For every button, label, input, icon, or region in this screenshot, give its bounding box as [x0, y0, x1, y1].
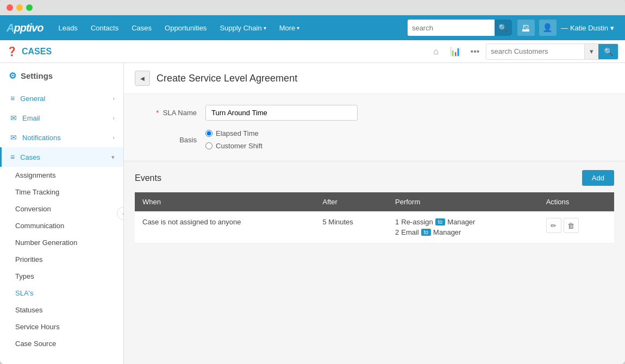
sidebar-sub-item-number-generation[interactable]: Number Generation	[0, 234, 123, 251]
perform-1-action: Re-assign	[401, 218, 433, 226]
sidebar-header-label: Settings	[21, 71, 53, 80]
search-dropdown-button[interactable]: ▾	[584, 43, 598, 60]
sla-name-label: * SLA Name	[140, 109, 205, 117]
nav-icons: 🗳 👤	[517, 20, 557, 36]
events-section: Events Add When After Perform Actions	[124, 161, 625, 252]
home-button[interactable]: ⌂	[427, 43, 445, 60]
search-customers-button[interactable]: 🔍	[598, 43, 618, 60]
sidebar-sub-item-service-hours[interactable]: Service Hours	[0, 318, 123, 335]
search-customers-input[interactable]	[486, 47, 584, 55]
sla-name-row: * SLA Name	[140, 105, 609, 121]
close-button[interactable]	[7, 4, 13, 11]
customer-search-bar: ▾ 🔍	[486, 43, 618, 60]
basis-row: Basis Elapsed Time Customer Shift	[140, 129, 609, 150]
sidebar-item-email[interactable]: ✉ Email ›	[0, 108, 123, 128]
sidebar-sub-item-priorities[interactable]: Priorities	[0, 251, 123, 268]
delete-button[interactable]: 🗑	[564, 218, 579, 233]
perform-1-num: 1	[395, 218, 399, 226]
elapsed-time-option[interactable]: Elapsed Time	[205, 129, 262, 137]
nav-cases[interactable]: Cases	[125, 15, 158, 40]
basis-radio-group: Elapsed Time Customer Shift	[205, 129, 262, 150]
cases-title-text: CASES	[22, 47, 52, 57]
actions-cell: ✏ 🗑	[539, 211, 614, 243]
when-column-header: When	[135, 192, 315, 211]
sidebar-item-notifications[interactable]: ✉ Notifications ›	[0, 128, 123, 147]
sidebar-sub-item-communication[interactable]: Communication	[0, 217, 123, 234]
user-menu-arrow: ▾	[610, 24, 614, 32]
chart-button[interactable]: 📊	[447, 43, 464, 60]
perform-2-action: Email	[401, 228, 419, 236]
nav-supply-chain[interactable]: Supply Chain ▾	[213, 15, 272, 40]
notifications-label: Notifications	[22, 134, 112, 142]
cases-sidebar-icon: ≡	[10, 153, 15, 161]
email-label: Email	[22, 114, 112, 122]
edit-button[interactable]: ✏	[546, 218, 561, 233]
sidebar-sub-item-time-tracking[interactable]: Time Tracking	[0, 184, 123, 200]
cases-arrow: ▾	[111, 154, 115, 161]
global-search: 🔍	[408, 20, 512, 36]
contacts-icon-button[interactable]: 👤	[539, 20, 557, 36]
events-header: Events Add	[135, 170, 614, 186]
notifications-icon: ✉	[10, 133, 17, 142]
sidebar-sub-item-sla-s[interactable]: SLA's	[0, 285, 123, 302]
sidebar-sub-item-types[interactable]: Types	[0, 268, 123, 285]
nav-opportunities[interactable]: Opportunities	[158, 15, 213, 40]
nav-more[interactable]: More ▾	[273, 15, 307, 40]
user-menu[interactable]: — Katie Dustin ▾	[557, 15, 618, 40]
supply-chain-arrow: ▾	[264, 25, 266, 31]
sidebar-item-general[interactable]: ≡ General ›	[0, 89, 123, 108]
back-button[interactable]: ◄	[135, 71, 150, 86]
perform-1-target: Manager	[447, 218, 475, 226]
basis-label: Basis	[140, 136, 205, 144]
actions-column-header: Actions	[539, 192, 614, 211]
perform-2-target: Manager	[433, 228, 461, 236]
when-cell: Case is not assigned to anyone	[135, 211, 315, 243]
perform-2-badge: to	[421, 229, 431, 236]
email-arrow: ›	[112, 115, 115, 121]
top-nav: Apptivo Leads Contacts Cases Opportuniti…	[0, 15, 625, 40]
customer-shift-label: Customer Shift	[216, 142, 262, 150]
maximize-button[interactable]	[26, 4, 33, 11]
app-body: ⚙ Settings ≡ General › ✉ Email › ✉ Notif…	[0, 63, 625, 364]
page-title: Create Service Level Agreement	[157, 73, 297, 84]
main-content: ◄ Create Service Level Agreement * SLA N…	[124, 63, 625, 364]
window-chrome	[0, 0, 625, 15]
sidebar-item-cases[interactable]: ≡ Cases ▾	[0, 147, 123, 167]
cases-sidebar-label: Cases	[20, 153, 111, 161]
table-row: Case is not assigned to anyone 5 Minutes…	[135, 211, 614, 243]
events-table: When After Perform Actions Case is not a…	[135, 192, 614, 243]
perform-cell: 1 Re-assign to Manager 2 Email to Manage…	[388, 211, 539, 243]
user-icon: —	[561, 24, 568, 32]
general-icon: ≡	[10, 94, 15, 103]
notifications-arrow: ›	[112, 134, 115, 141]
customer-shift-option[interactable]: Customer Shift	[205, 142, 262, 150]
customer-shift-radio[interactable]	[205, 142, 212, 149]
more-arrow: ▾	[297, 25, 299, 31]
app-logo: Apptivo	[7, 22, 43, 34]
sidebar-sub-item-conversion[interactable]: Conversion	[0, 200, 123, 217]
perform-1-badge: to	[435, 218, 445, 225]
sla-name-input[interactable]	[205, 105, 358, 121]
messages-icon-button[interactable]: 🗳	[517, 20, 535, 36]
sidebar-header: ⚙ Settings	[0, 63, 123, 89]
nav-contacts[interactable]: Contacts	[84, 15, 125, 40]
sidebar-sub-item-statuses[interactable]: Statuses	[0, 302, 123, 318]
sub-nav: ❓ CASES ⌂ 📊 ••• ▾ 🔍	[0, 40, 625, 63]
general-arrow: ›	[112, 95, 115, 102]
elapsed-time-radio[interactable]	[205, 130, 212, 137]
add-event-button[interactable]: Add	[582, 170, 614, 186]
search-input[interactable]	[408, 24, 495, 32]
perform-column-header: Perform	[388, 192, 539, 211]
more-options-button[interactable]: •••	[466, 43, 484, 60]
user-name: Katie Dustin	[570, 24, 608, 32]
events-title: Events	[135, 173, 161, 183]
sidebar-sub-item-assignments[interactable]: Assignments	[0, 167, 123, 184]
settings-gear-icon: ⚙	[9, 71, 16, 81]
table-header-row: When After Perform Actions	[135, 192, 614, 211]
search-button[interactable]: 🔍	[495, 20, 512, 36]
nav-leads[interactable]: Leads	[52, 15, 84, 40]
after-cell: 5 Minutes	[315, 211, 388, 243]
sidebar-sub-item-case-source[interactable]: Case Source	[0, 335, 123, 352]
after-column-header: After	[315, 192, 388, 211]
minimize-button[interactable]	[16, 4, 23, 11]
